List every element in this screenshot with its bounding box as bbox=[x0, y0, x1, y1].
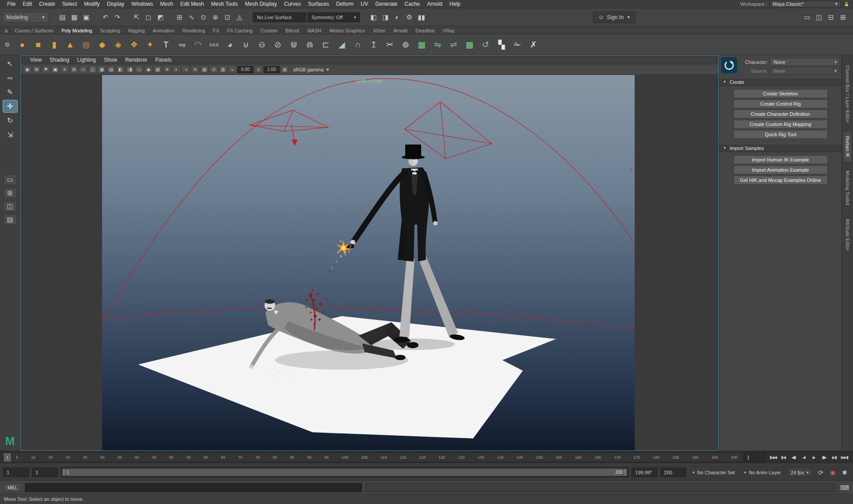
film-gate-icon[interactable]: ▭ bbox=[79, 66, 87, 73]
select-tool[interactable]: ↖ bbox=[3, 57, 18, 70]
menu-item[interactable]: Curves bbox=[280, 0, 304, 8]
render-current-frame-icon[interactable]: ◨ bbox=[380, 12, 391, 23]
script-editor-icon[interactable]: ⌨ bbox=[839, 484, 850, 491]
select-object-icon[interactable]: ◻ bbox=[143, 12, 154, 23]
save-scene-icon[interactable]: ▣ bbox=[81, 12, 92, 23]
shelf-tab[interactable]: Sculpting bbox=[96, 27, 124, 34]
menu-item[interactable]: Edit Mesh bbox=[177, 0, 207, 8]
snap-to-point-icon[interactable]: ⊙ bbox=[198, 12, 209, 23]
boolean-difference-icon[interactable]: ⊖ bbox=[254, 37, 269, 52]
extract-icon[interactable]: ⊏ bbox=[318, 37, 333, 52]
menu-item[interactable]: UV bbox=[357, 0, 372, 8]
quad-draw-icon[interactable]: ▦ bbox=[414, 37, 429, 52]
tab-human-ik[interactable]: Human IK bbox=[844, 132, 851, 161]
shadows-icon[interactable]: ◐ bbox=[172, 66, 181, 73]
shelf-tab[interactable]: Motion Graphics bbox=[325, 27, 369, 34]
range-slider-bar[interactable]: 1 200 bbox=[62, 469, 627, 476]
gamma-field[interactable]: 1.00 bbox=[264, 66, 280, 73]
select-hierarchy-icon[interactable]: ⇱ bbox=[131, 12, 142, 23]
humanik-create-button[interactable]: Create Control Rig bbox=[734, 99, 828, 108]
shaded-mode-icon[interactable]: ◆ bbox=[144, 66, 153, 73]
animation-preferences-icon[interactable]: ✱ bbox=[839, 468, 850, 477]
multisample-icon[interactable]: ▨ bbox=[200, 66, 209, 73]
uv-checker-icon[interactable]: ▚ bbox=[494, 37, 509, 52]
play-backwards-button[interactable]: ◀ bbox=[799, 453, 809, 462]
motion-blur-icon[interactable]: ≋ bbox=[191, 66, 199, 73]
workspace-selector[interactable]: Maya Classic* ▼ bbox=[770, 1, 841, 8]
snap-to-view-plane-icon[interactable]: ⊡ bbox=[222, 12, 233, 23]
render-view-icon[interactable]: ◧ bbox=[368, 12, 379, 23]
fps-selector[interactable]: 24 fps ▾ bbox=[787, 468, 813, 477]
view-transform-selector[interactable]: sRGB gamma ▼ bbox=[290, 67, 333, 72]
viewport-menu-item[interactable]: Lighting bbox=[73, 57, 100, 63]
gamma-icon[interactable]: γ bbox=[254, 66, 263, 73]
snap-to-projected-center-icon[interactable]: ⊕ bbox=[210, 12, 221, 23]
shelf-tab[interactable]: Poly Modeling bbox=[57, 27, 96, 34]
current-frame-field[interactable]: 1 bbox=[744, 453, 766, 462]
shelf-tab[interactable]: MASH bbox=[303, 27, 325, 34]
shelf-tab[interactable]: XGen bbox=[369, 27, 389, 34]
menu-item[interactable]: Modify bbox=[80, 0, 103, 8]
go-to-start-button[interactable]: ▮◀◀ bbox=[768, 453, 778, 462]
safe-title-icon[interactable]: ◨ bbox=[126, 66, 134, 73]
separate-icon[interactable]: ⋒ bbox=[302, 37, 317, 52]
retopologize-icon[interactable]: ↺ bbox=[478, 37, 493, 52]
snap-to-origin-icon[interactable]: 0,0,0 bbox=[206, 37, 221, 52]
command-language-button[interactable]: MEL bbox=[3, 483, 22, 492]
shelf-tab[interactable]: Deadline bbox=[411, 27, 438, 34]
grid-icon[interactable]: ⊞ bbox=[70, 66, 78, 73]
smooth-icon[interactable]: ◕ bbox=[222, 37, 237, 52]
wireframe-mode-icon[interactable]: ◇ bbox=[135, 66, 143, 73]
quick-layout-outliner-icon[interactable]: ▤ bbox=[4, 214, 17, 225]
select-component-icon[interactable]: ◩ bbox=[155, 12, 166, 23]
time-slider[interactable]: 1 51015202530354045505560657075808590951… bbox=[2, 453, 742, 462]
humanik-create-button[interactable]: Create Character Definition bbox=[734, 110, 828, 118]
camera-attributes-icon[interactable]: ⚙ bbox=[32, 66, 41, 73]
playback-loop-icon[interactable]: ⟳ bbox=[815, 468, 826, 477]
auto-keyframe-icon[interactable]: ◉ bbox=[827, 468, 838, 477]
viewport-menu-item[interactable]: Show bbox=[100, 57, 121, 63]
humanik-create-button[interactable]: Create Custom Rig Mapping bbox=[734, 120, 828, 129]
range-slider-track[interactable]: 1 200 bbox=[61, 467, 628, 477]
poly-torus-icon[interactable]: ◎ bbox=[79, 37, 94, 52]
symmetrize-icon[interactable]: ⇌ bbox=[446, 37, 461, 52]
redo-icon[interactable]: ↷ bbox=[112, 12, 123, 23]
panel-layout-three-icon[interactable]: ⊟ bbox=[825, 12, 837, 23]
gear-icon[interactable]: ⚙ bbox=[2, 41, 12, 48]
shelf-tab[interactable]: Curves / Surfaces bbox=[11, 27, 57, 34]
menu-item[interactable]: Surfaces bbox=[304, 0, 332, 8]
menu-item[interactable]: Windows bbox=[128, 0, 157, 8]
menu-item[interactable]: Mesh Tools bbox=[208, 0, 241, 8]
shelf-menu-icon[interactable]: ≡ bbox=[2, 28, 11, 34]
lasso-select-tool[interactable]: ∾ bbox=[3, 71, 18, 84]
pause-viewport-icon[interactable]: ▮▮ bbox=[416, 12, 427, 23]
shelf-tab[interactable]: Bifrost bbox=[281, 27, 303, 34]
shelf-tab[interactable]: Animation bbox=[149, 27, 178, 34]
viewport-menu-item[interactable]: Panels bbox=[151, 57, 176, 63]
isolate-select-icon[interactable]: ⊙ bbox=[209, 66, 218, 73]
bridge-icon[interactable]: ∩ bbox=[350, 37, 365, 52]
play-forward-button[interactable]: ▶ bbox=[809, 453, 819, 462]
type-tool-icon[interactable]: T bbox=[158, 37, 174, 52]
screen-space-ao-icon[interactable]: ◑ bbox=[182, 66, 190, 73]
menu-item[interactable]: Help bbox=[446, 0, 464, 8]
exposure-icon[interactable]: ◒ bbox=[228, 66, 237, 73]
render-settings-icon[interactable]: ⚙ bbox=[404, 12, 415, 23]
shelf-tab[interactable]: FX Caching bbox=[223, 27, 257, 34]
playback-start-field[interactable]: 1 bbox=[3, 468, 29, 477]
menu-item[interactable]: Mesh Display bbox=[241, 0, 280, 8]
extrude-icon[interactable]: ↥ bbox=[366, 37, 381, 52]
menu-item[interactable]: Select bbox=[59, 0, 80, 8]
animation-end-field[interactable]: 200 bbox=[660, 468, 686, 477]
move-tool[interactable]: ✛ bbox=[3, 100, 18, 113]
field-chart-icon[interactable]: ▤ bbox=[107, 66, 115, 73]
tab-attribute-editor[interactable]: Attribute Editor bbox=[844, 215, 851, 255]
menu-item[interactable]: Arnold bbox=[423, 0, 446, 8]
resolution-gate-region[interactable]: 2048 x 2048 bbox=[102, 75, 635, 450]
new-scene-icon[interactable]: ▤ bbox=[57, 12, 68, 23]
multi-cut-icon[interactable]: ✂ bbox=[382, 37, 397, 52]
menu-item[interactable]: Mesh bbox=[157, 0, 177, 8]
playback-end-field[interactable]: 199.99* bbox=[632, 468, 657, 477]
quick-layout-four-icon[interactable]: ⊞ bbox=[4, 188, 17, 198]
use-all-lights-icon[interactable]: ☀ bbox=[163, 66, 171, 73]
